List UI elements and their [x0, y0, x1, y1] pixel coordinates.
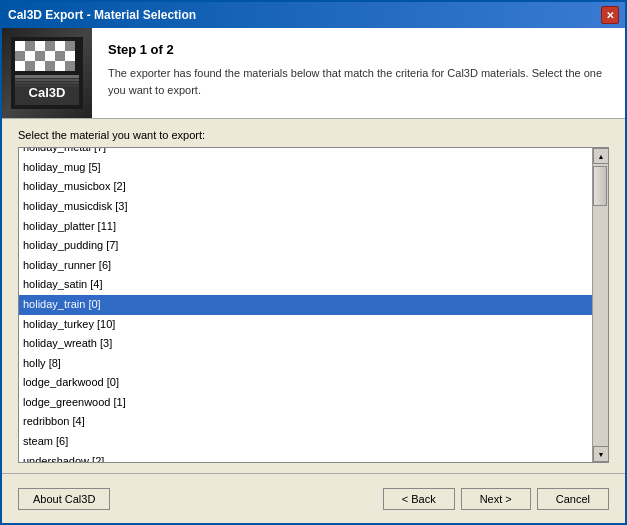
list-item[interactable]: redribbon [4]	[19, 412, 592, 432]
list-item[interactable]: steam [6]	[19, 432, 592, 452]
cancel-button[interactable]: Cancel	[537, 488, 609, 510]
back-button[interactable]: < Back	[383, 488, 455, 510]
scrollbar-up-button[interactable]: ▲	[593, 148, 609, 164]
step-area: Step 1 of 2 The exporter has found the m…	[92, 28, 625, 118]
svg-rect-3	[35, 41, 45, 51]
svg-rect-14	[25, 61, 35, 71]
svg-rect-9	[35, 51, 45, 61]
scrollbar-down-button[interactable]: ▼	[593, 446, 609, 462]
svg-rect-11	[55, 51, 65, 61]
list-item[interactable]: holiday_platter [11]	[19, 217, 592, 237]
next-button[interactable]: Next >	[461, 488, 531, 510]
scrollbar-track	[593, 164, 608, 446]
svg-rect-15	[35, 61, 45, 71]
svg-rect-6	[65, 41, 75, 51]
svg-rect-8	[25, 51, 35, 61]
top-section: Cal3D Step 1 of 2 The exporter has found…	[2, 28, 625, 119]
svg-rect-13	[15, 61, 25, 71]
list-item[interactable]: holiday_pudding [7]	[19, 236, 592, 256]
list-item[interactable]: holiday_turkey [10]	[19, 315, 592, 335]
svg-rect-21	[15, 79, 79, 81]
svg-rect-18	[65, 61, 75, 71]
main-content: Select the material you want to export: …	[2, 119, 625, 473]
list-item[interactable]: holiday_wreath [3]	[19, 334, 592, 354]
svg-rect-17	[55, 61, 65, 71]
title-bar: Cal3D Export - Material Selection ✕	[2, 2, 625, 28]
list-item[interactable]: holiday_train [0]	[19, 295, 592, 315]
list-item[interactable]: lodge_greenwood [1]	[19, 393, 592, 413]
svg-rect-20	[15, 75, 79, 78]
list-item[interactable]: lodge_darkwood [0]	[19, 373, 592, 393]
list-item[interactable]: holiday_mug [5]	[19, 158, 592, 178]
svg-text:Cal3D: Cal3D	[29, 85, 66, 100]
svg-rect-5	[55, 41, 65, 51]
title-bar-left: Cal3D Export - Material Selection	[8, 8, 196, 22]
svg-rect-2	[25, 41, 35, 51]
list-item[interactable]: undershadow [2]	[19, 452, 592, 462]
svg-rect-12	[65, 51, 75, 61]
list-item[interactable]: holiday_runner [6]	[19, 256, 592, 276]
list-item[interactable]: holiday_metal [7]	[19, 148, 592, 158]
svg-rect-22	[15, 82, 79, 84]
list-label: Select the material you want to export:	[18, 129, 609, 141]
material-list[interactable]: 2 - Default2 - Default21 - Defaultholida…	[19, 148, 592, 462]
cal3d-logo: Cal3D	[11, 37, 83, 109]
svg-rect-7	[15, 51, 25, 61]
svg-rect-4	[45, 41, 55, 51]
logo-area: Cal3D	[2, 28, 92, 118]
nav-buttons: < Back Next > Cancel	[383, 488, 609, 510]
step-title: Step 1 of 2	[108, 42, 609, 57]
close-button[interactable]: ✕	[601, 6, 619, 24]
list-item[interactable]: holiday_satin [4]	[19, 275, 592, 295]
svg-rect-10	[45, 51, 55, 61]
step-description: The exporter has found the materials bel…	[108, 65, 609, 98]
svg-rect-16	[45, 61, 55, 71]
bottom-section: About Cal3D < Back Next > Cancel	[2, 473, 625, 523]
main-window: Cal3D Export - Material Selection ✕	[0, 0, 627, 525]
list-item[interactable]: holiday_musicdisk [3]	[19, 197, 592, 217]
scrollbar: ▲ ▼	[592, 148, 608, 462]
svg-rect-1	[15, 41, 25, 51]
window-body: Cal3D Step 1 of 2 The exporter has found…	[2, 28, 625, 523]
list-item[interactable]: holiday_musicbox [2]	[19, 177, 592, 197]
window-title: Cal3D Export - Material Selection	[8, 8, 196, 22]
list-container: 2 - Default2 - Default21 - Defaultholida…	[18, 147, 609, 463]
about-button[interactable]: About Cal3D	[18, 488, 110, 510]
scrollbar-thumb[interactable]	[593, 166, 607, 206]
list-item[interactable]: holly [8]	[19, 354, 592, 374]
